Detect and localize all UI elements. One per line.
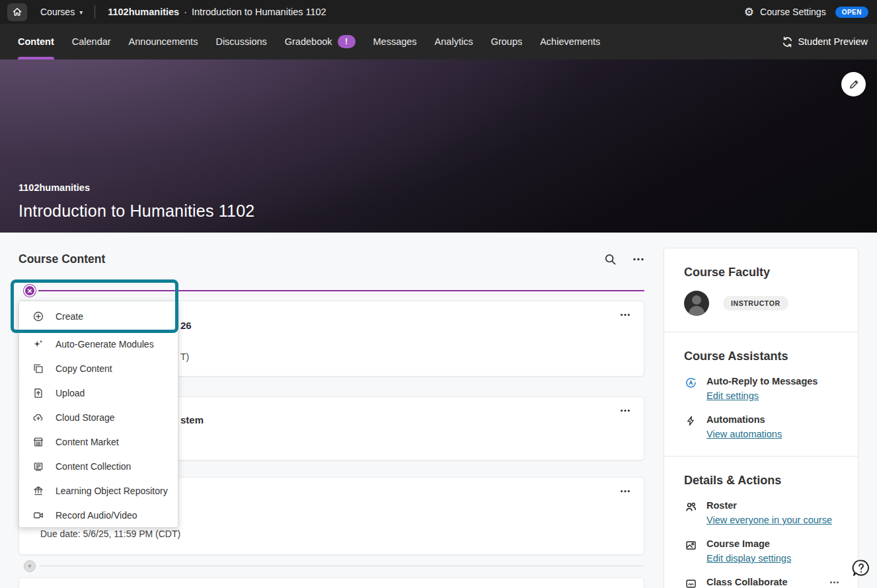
view-automations-link[interactable]: View automations	[706, 429, 782, 439]
video-camera-icon	[32, 509, 44, 521]
menu-item-create[interactable]: Create	[19, 301, 178, 332]
course-content-heading: Course Content	[19, 252, 105, 266]
student-preview-icon	[782, 36, 793, 48]
menu-item-record-audio-video[interactable]: Record Audio/Video	[19, 503, 178, 527]
menu-item-copy-content[interactable]: Copy Content	[19, 356, 178, 381]
course-sidebar: Course Faculty INSTRUCTOR Course Assista…	[664, 248, 858, 588]
course-content-page: Course Content ✕ 26 T) stem Due d	[0, 233, 877, 588]
gear-icon: ⚙	[744, 7, 754, 18]
breadcrumb-course-code: 1102humanities	[108, 7, 179, 17]
course-faculty-heading: Course Faculty	[684, 266, 839, 279]
upload-icon	[32, 387, 44, 399]
breadcrumb-separator: ·	[184, 7, 187, 17]
roster-item: Roster View everyone in your course	[684, 500, 839, 526]
topbar-divider	[95, 5, 95, 18]
course-settings-button[interactable]: Course Settings	[760, 7, 826, 17]
menu-item-content-collection[interactable]: Content Collection	[19, 454, 178, 478]
content-options-kebab-icon[interactable]	[632, 258, 644, 261]
top-bar: Courses ▾ 1102humanities · Introduction …	[0, 0, 877, 24]
breadcrumb-course-name: Introduction to Humanities 1102	[192, 7, 326, 17]
menu-item-cloud-storage[interactable]: Cloud Storage	[19, 405, 178, 429]
edit-banner-button[interactable]	[841, 72, 866, 96]
student-preview-button[interactable]: Student Preview	[782, 24, 868, 59]
nav-tabs: Content Calendar Announcements Discussio…	[18, 24, 600, 59]
breadcrumb: 1102humanities · Introduction to Humanit…	[108, 7, 326, 17]
content-card-4[interactable]	[19, 577, 644, 588]
plus-icon: +	[27, 562, 32, 571]
copy-icon	[32, 363, 44, 375]
class-collaborate-item: Class Collaborate	[684, 577, 839, 588]
page-title: Introduction to Humanities 1102	[19, 202, 254, 221]
tab-messages[interactable]: Messages	[373, 24, 417, 59]
tab-discussions[interactable]: Discussions	[215, 24, 266, 59]
insert-content-divider	[38, 290, 644, 291]
tab-announcements[interactable]: Announcements	[129, 24, 198, 59]
collection-icon	[32, 460, 44, 472]
automations-icon	[684, 414, 697, 440]
close-icon: ✕	[27, 287, 32, 295]
home-icon	[12, 7, 22, 17]
close-add-menu-button[interactable]: ✕	[24, 285, 36, 297]
open-status-badge[interactable]: OPEN	[835, 7, 868, 18]
hero-course-code: 1102humanities	[19, 182, 254, 193]
auto-reply-item: Auto-Reply to Messages Edit settings	[684, 376, 839, 402]
details-actions-section: Details & Actions Roster View everyone i…	[664, 456, 858, 588]
search-icon[interactable]	[604, 253, 617, 266]
cloud-upload-icon	[32, 412, 44, 423]
menu-item-learning-object-repository[interactable]: Learning Object Repository	[19, 478, 178, 503]
tab-groups[interactable]: Groups	[491, 24, 523, 59]
courses-label: Courses	[40, 7, 75, 17]
tab-achievements[interactable]: Achievements	[540, 24, 600, 59]
automations-item: Automations View automations	[684, 414, 839, 440]
edit-display-settings-link[interactable]: Edit display settings	[706, 553, 791, 564]
class-collaborate-icon	[684, 577, 697, 588]
course-nav-bar: Content Calendar Announcements Discussio…	[0, 24, 877, 59]
card-kebab-icon[interactable]	[620, 490, 630, 493]
tab-gradebook[interactable]: Gradebook !	[285, 24, 356, 59]
due-date-text: Due date: 5/6/25, 11:59 PM (CDT)	[40, 529, 180, 539]
pencil-icon	[848, 79, 860, 91]
help-question-icon	[851, 558, 871, 578]
market-icon	[32, 436, 44, 448]
collaborate-kebab-icon[interactable]	[829, 577, 839, 584]
card-kebab-icon[interactable]	[620, 313, 630, 316]
course-image-icon	[684, 538, 697, 564]
instructor-role-badge: INSTRUCTOR	[723, 296, 788, 311]
plus-circle-icon	[32, 311, 44, 322]
instructor-avatar[interactable]	[684, 291, 709, 316]
content-card-1-detail-fragment: T)	[180, 351, 189, 362]
gradebook-alert-badge: !	[338, 35, 356, 48]
roster-icon	[684, 500, 697, 526]
sparkles-icon	[32, 338, 44, 350]
add-content-divider	[40, 566, 644, 566]
card-kebab-icon[interactable]	[620, 409, 630, 412]
course-banner: 1102humanities Introduction to Humanitie…	[0, 59, 877, 233]
menu-item-auto-generate-modules[interactable]: Auto-Generate Modules	[19, 332, 178, 356]
tab-analytics[interactable]: Analytics	[435, 24, 473, 59]
course-faculty-section: Course Faculty INSTRUCTOR	[664, 248, 858, 332]
course-assistants-heading: Course Assistants	[684, 349, 839, 363]
edit-settings-link[interactable]: Edit settings	[706, 390, 759, 401]
bank-icon	[32, 485, 44, 497]
details-actions-heading: Details & Actions	[684, 474, 839, 488]
course-assistants-section: Course Assistants Auto-Reply to Messages…	[664, 332, 858, 456]
view-everyone-link[interactable]: View everyone in your course	[706, 515, 832, 525]
auto-reply-icon	[684, 376, 697, 402]
help-button[interactable]	[851, 558, 871, 578]
add-content-plus-button[interactable]: +	[24, 560, 36, 572]
tab-content[interactable]: Content	[18, 24, 54, 59]
courses-dropdown[interactable]: Courses ▾	[40, 7, 83, 17]
content-card-1-title-fragment: 26	[180, 320, 192, 331]
add-content-menu: Create Auto-Generate Modules Copy Conten…	[19, 301, 178, 528]
menu-item-content-market[interactable]: Content Market	[19, 429, 178, 454]
tab-calendar[interactable]: Calendar	[72, 24, 111, 59]
course-image-item: Course Image Edit display settings	[684, 538, 839, 564]
home-button[interactable]	[7, 3, 27, 21]
menu-item-upload[interactable]: Upload	[19, 381, 178, 405]
chevron-down-icon: ▾	[79, 9, 83, 16]
content-card-2-title-fragment: stem	[180, 414, 204, 425]
